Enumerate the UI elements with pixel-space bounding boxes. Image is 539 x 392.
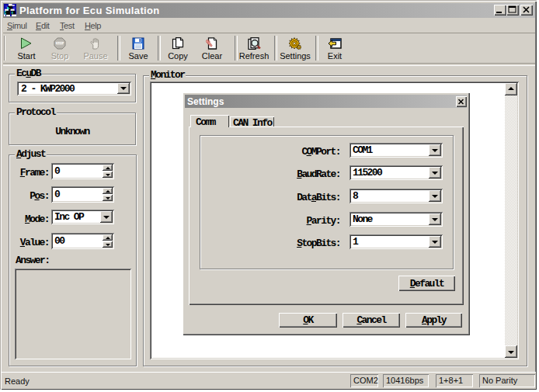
svg-text:STOP: STOP — [56, 41, 64, 45]
